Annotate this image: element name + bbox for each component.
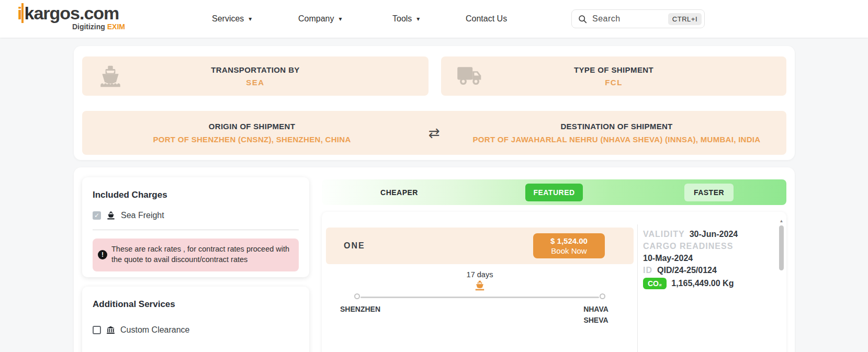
destination-block: DESTINATION OF SHIPMENT PORT OF JAWAHARL… (447, 122, 786, 144)
sort-featured-button[interactable]: FEATURED (525, 184, 582, 201)
co2-badge: CO₂ (643, 278, 667, 289)
quote-card: ONE $ 1,524.00 Book Now 17 days (322, 212, 786, 352)
page: ikargos.com Digitizing EXIM Services▾ Co… (0, 0, 868, 352)
nav-item-tools[interactable]: Tools▾ (392, 0, 420, 38)
shipment-type-value: FCL (605, 78, 623, 87)
cargo-readiness-value: 10-May-2024 (643, 254, 693, 263)
custom-clearance-row: ✓ Custom Clearance (93, 325, 299, 335)
origin-label: ORIGIN OF SHIPMENT (209, 122, 295, 131)
sort-cheaper-button[interactable]: CHEAPER (380, 188, 418, 197)
swap-ports-icon[interactable]: ⇄ (422, 126, 447, 140)
destination-value: PORT OF JAWAHARLAL NEHRU (NHAVA SHEVA) (… (473, 135, 761, 144)
nav-item-company[interactable]: Company▾ (298, 0, 342, 38)
ship-icon (474, 280, 486, 291)
sea-freight-checkbox: ✓ (93, 211, 101, 220)
divider (637, 224, 638, 352)
ship-icon (97, 63, 124, 89)
included-charges-title: Included Charges (93, 190, 299, 200)
sort-faster-button[interactable]: FASTER (684, 184, 734, 201)
top-navbar: ikargos.com Digitizing EXIM Services▾ Co… (0, 0, 868, 38)
route-track (357, 293, 602, 302)
customs-building-icon (106, 326, 115, 334)
origin-block: ORIGIN OF SHIPMENT PORT OF SHENZHEN (CNS… (82, 122, 422, 144)
destination-point (600, 293, 605, 299)
rack-rates-text: These are rack rates , for contract rate… (111, 244, 292, 265)
co2-value: 1,165,449.00 Kg (671, 279, 734, 288)
logo-tagline: Digitizing EXIM (17, 22, 125, 31)
cargo-readiness-label: CARGO READINESS (643, 242, 733, 251)
additional-services-title: Additional Services (93, 299, 299, 310)
scrollbar-thumb[interactable] (779, 225, 784, 270)
quote-price: $ 1,524.00 (550, 236, 588, 245)
transit-time: 17 days (326, 270, 634, 279)
search-shortcut-badge: CTRL+I (668, 13, 702, 25)
origin-destination-card: ORIGIN OF SHIPMENT PORT OF SHENZHEN (CNS… (82, 111, 786, 155)
validity-value: 30-Jun-2024 (690, 230, 738, 239)
quote-id-label: ID (643, 266, 652, 275)
transportation-value: SEA (246, 78, 264, 87)
transportation-label: TRANSPORTATION BY (211, 65, 300, 74)
ship-icon (106, 211, 116, 220)
shipment-type-label: TYPE OF SHIPMENT (574, 65, 653, 74)
results-scrollbar: ▲ (779, 218, 784, 352)
divider (93, 230, 299, 230)
additional-services-card: Additional Services ✓ Custom Clearance (82, 287, 309, 352)
results-panel: Included Charges ✓ Sea Freight ! These a… (74, 167, 795, 352)
carrier-row: ONE $ 1,524.00 Book Now (326, 228, 634, 264)
quote-id-value: QID/24-25/0124 (657, 266, 717, 275)
validity-label: VALIDITY (643, 230, 685, 239)
alert-icon: ! (98, 250, 107, 259)
origin-port-label: SHENZHEN (340, 304, 380, 315)
sea-freight-row: ✓ Sea Freight (93, 211, 299, 220)
site-logo[interactable]: ikargos.com Digitizing EXIM (17, 4, 125, 31)
destination-port-label: NHAVA SHEVA (572, 304, 619, 326)
nav-item-services[interactable]: Services▾ (212, 0, 252, 38)
shipment-type-card: TYPE OF SHIPMENT FCL (441, 56, 786, 96)
search-box: CTRL+I (571, 9, 705, 28)
origin-point (354, 293, 360, 299)
sort-bar: CHEAPER FEATURED FASTER (322, 179, 786, 205)
shipment-summary-panel: TRANSPORTATION BY SEA TYPE OF SHIPMENT F… (74, 46, 795, 160)
carrier-name: ONE (344, 241, 365, 251)
chevron-down-icon: ▾ (249, 15, 252, 22)
rack-rates-notice: ! These are rack rates , for contract ra… (93, 239, 299, 271)
quote-details: VALIDITY 30-Jun-2024 CARGO READINESS 10-… (643, 230, 738, 292)
transportation-card: TRANSPORTATION BY SEA (82, 56, 429, 96)
chevron-down-icon: ▾ (339, 15, 342, 22)
search-icon (578, 15, 587, 24)
transit-timeline: 17 days SHENZHEN NHAVA SHEVA (326, 270, 634, 328)
origin-value: PORT OF SHENZHEN (CNSNZ), SHENZHEN, CHIN… (153, 135, 351, 144)
logo-text: ikargos.com (17, 4, 125, 22)
destination-label: DESTINATION OF SHIPMENT (560, 122, 672, 131)
custom-clearance-label: Custom Clearance (120, 325, 190, 335)
included-charges-card: Included Charges ✓ Sea Freight ! These a… (82, 177, 309, 277)
custom-clearance-checkbox[interactable]: ✓ (93, 326, 101, 334)
book-now-button[interactable]: $ 1,524.00 Book Now (533, 233, 605, 258)
sea-freight-label: Sea Freight (121, 211, 164, 220)
route-line (360, 297, 599, 298)
scrollbar-up-arrow[interactable]: ▲ (779, 218, 784, 224)
chevron-down-icon: ▾ (416, 15, 420, 22)
truck-icon (456, 63, 486, 89)
search-input[interactable] (592, 14, 668, 24)
nav-item-contact-us[interactable]: Contact Us (466, 0, 507, 38)
